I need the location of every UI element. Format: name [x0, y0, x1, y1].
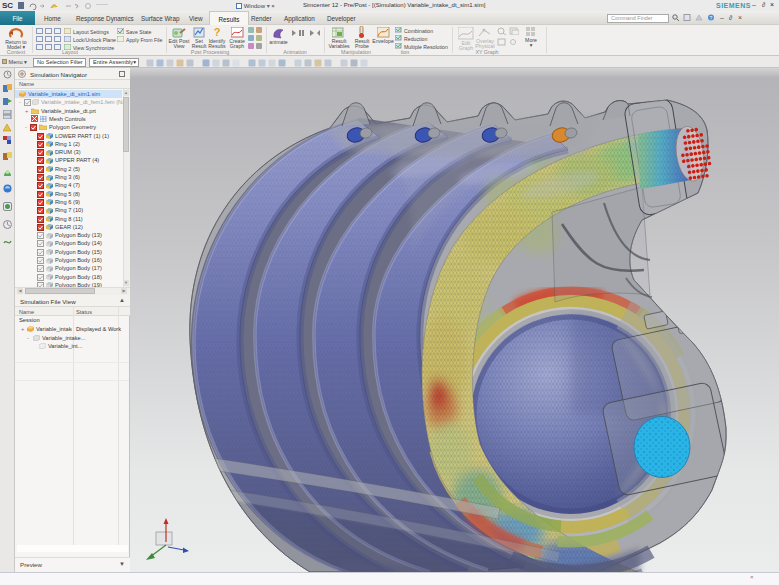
- svg-text:∂: ∂: [729, 14, 733, 21]
- svg-text:?: ?: [710, 15, 713, 21]
- svg-text:×: ×: [738, 14, 742, 21]
- svg-text:?: ?: [214, 26, 221, 38]
- svg-text:–: –: [720, 14, 724, 21]
